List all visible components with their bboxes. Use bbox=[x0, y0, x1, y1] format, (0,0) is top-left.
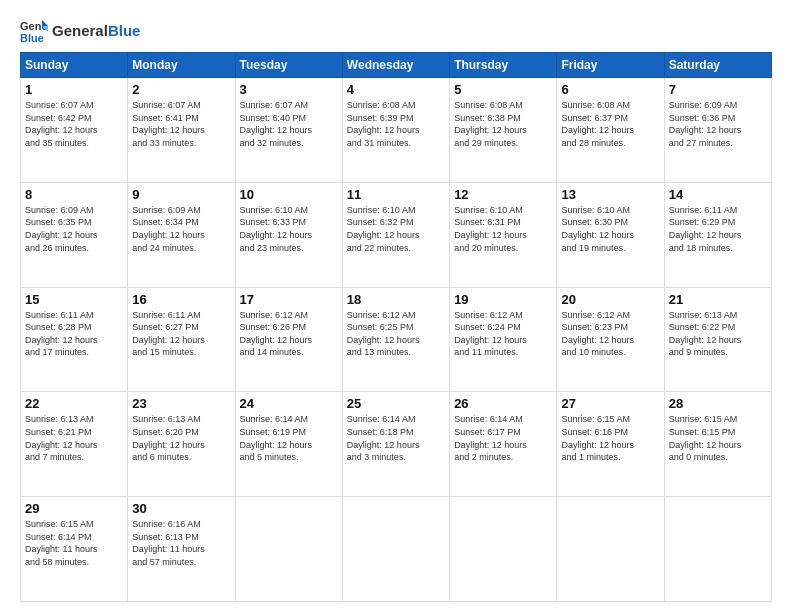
day-info: Sunrise: 6:08 AMSunset: 6:38 PMDaylight:… bbox=[454, 100, 527, 148]
calendar-week-row: 15Sunrise: 6:11 AMSunset: 6:28 PMDayligh… bbox=[21, 287, 772, 392]
day-number: 22 bbox=[25, 396, 123, 411]
day-number: 12 bbox=[454, 187, 552, 202]
day-info: Sunrise: 6:08 AMSunset: 6:39 PMDaylight:… bbox=[347, 100, 420, 148]
calendar-day-cell: 25Sunrise: 6:14 AMSunset: 6:18 PMDayligh… bbox=[342, 392, 449, 497]
calendar-day-cell: 8Sunrise: 6:09 AMSunset: 6:35 PMDaylight… bbox=[21, 182, 128, 287]
day-info: Sunrise: 6:09 AMSunset: 6:34 PMDaylight:… bbox=[132, 205, 205, 253]
day-number: 7 bbox=[669, 82, 767, 97]
calendar-day-cell bbox=[235, 497, 342, 602]
calendar-day-header: Thursday bbox=[450, 53, 557, 78]
day-number: 24 bbox=[240, 396, 338, 411]
calendar-day-cell bbox=[342, 497, 449, 602]
calendar-day-cell: 11Sunrise: 6:10 AMSunset: 6:32 PMDayligh… bbox=[342, 182, 449, 287]
day-number: 13 bbox=[561, 187, 659, 202]
day-number: 1 bbox=[25, 82, 123, 97]
day-number: 4 bbox=[347, 82, 445, 97]
day-number: 10 bbox=[240, 187, 338, 202]
calendar-day-cell: 12Sunrise: 6:10 AMSunset: 6:31 PMDayligh… bbox=[450, 182, 557, 287]
day-number: 16 bbox=[132, 292, 230, 307]
calendar-day-header: Friday bbox=[557, 53, 664, 78]
day-info: Sunrise: 6:11 AMSunset: 6:28 PMDaylight:… bbox=[25, 310, 98, 358]
day-info: Sunrise: 6:09 AMSunset: 6:35 PMDaylight:… bbox=[25, 205, 98, 253]
calendar-day-cell: 18Sunrise: 6:12 AMSunset: 6:25 PMDayligh… bbox=[342, 287, 449, 392]
day-info: Sunrise: 6:11 AMSunset: 6:27 PMDaylight:… bbox=[132, 310, 205, 358]
calendar-day-cell bbox=[664, 497, 771, 602]
calendar-day-cell: 19Sunrise: 6:12 AMSunset: 6:24 PMDayligh… bbox=[450, 287, 557, 392]
day-number: 5 bbox=[454, 82, 552, 97]
calendar-day-cell: 9Sunrise: 6:09 AMSunset: 6:34 PMDaylight… bbox=[128, 182, 235, 287]
calendar-day-cell: 3Sunrise: 6:07 AMSunset: 6:40 PMDaylight… bbox=[235, 78, 342, 183]
day-info: Sunrise: 6:12 AMSunset: 6:23 PMDaylight:… bbox=[561, 310, 634, 358]
calendar-day-cell: 15Sunrise: 6:11 AMSunset: 6:28 PMDayligh… bbox=[21, 287, 128, 392]
day-info: Sunrise: 6:14 AMSunset: 6:18 PMDaylight:… bbox=[347, 414, 420, 462]
calendar-week-row: 1Sunrise: 6:07 AMSunset: 6:42 PMDaylight… bbox=[21, 78, 772, 183]
day-number: 14 bbox=[669, 187, 767, 202]
calendar-day-cell: 24Sunrise: 6:14 AMSunset: 6:19 PMDayligh… bbox=[235, 392, 342, 497]
calendar-day-cell: 22Sunrise: 6:13 AMSunset: 6:21 PMDayligh… bbox=[21, 392, 128, 497]
day-info: Sunrise: 6:10 AMSunset: 6:32 PMDaylight:… bbox=[347, 205, 420, 253]
day-number: 21 bbox=[669, 292, 767, 307]
day-info: Sunrise: 6:12 AMSunset: 6:25 PMDaylight:… bbox=[347, 310, 420, 358]
day-number: 3 bbox=[240, 82, 338, 97]
calendar-day-header: Saturday bbox=[664, 53, 771, 78]
day-info: Sunrise: 6:10 AMSunset: 6:30 PMDaylight:… bbox=[561, 205, 634, 253]
logo-icon: General Blue bbox=[20, 16, 48, 44]
day-info: Sunrise: 6:07 AMSunset: 6:42 PMDaylight:… bbox=[25, 100, 98, 148]
day-number: 25 bbox=[347, 396, 445, 411]
day-number: 8 bbox=[25, 187, 123, 202]
day-info: Sunrise: 6:14 AMSunset: 6:19 PMDaylight:… bbox=[240, 414, 313, 462]
day-info: Sunrise: 6:16 AMSunset: 6:13 PMDaylight:… bbox=[132, 519, 205, 567]
calendar-day-cell: 20Sunrise: 6:12 AMSunset: 6:23 PMDayligh… bbox=[557, 287, 664, 392]
day-number: 2 bbox=[132, 82, 230, 97]
calendar-header-row: SundayMondayTuesdayWednesdayThursdayFrid… bbox=[21, 53, 772, 78]
calendar-table: SundayMondayTuesdayWednesdayThursdayFrid… bbox=[20, 52, 772, 602]
day-number: 17 bbox=[240, 292, 338, 307]
calendar-week-row: 8Sunrise: 6:09 AMSunset: 6:35 PMDaylight… bbox=[21, 182, 772, 287]
calendar-day-header: Sunday bbox=[21, 53, 128, 78]
day-info: Sunrise: 6:07 AMSunset: 6:40 PMDaylight:… bbox=[240, 100, 313, 148]
calendar-day-cell: 21Sunrise: 6:13 AMSunset: 6:22 PMDayligh… bbox=[664, 287, 771, 392]
calendar-day-cell: 5Sunrise: 6:08 AMSunset: 6:38 PMDaylight… bbox=[450, 78, 557, 183]
day-number: 23 bbox=[132, 396, 230, 411]
page: General Blue GeneralBlue SundayMondayTue… bbox=[0, 0, 792, 612]
calendar-day-cell bbox=[450, 497, 557, 602]
calendar-day-cell: 16Sunrise: 6:11 AMSunset: 6:27 PMDayligh… bbox=[128, 287, 235, 392]
calendar-day-cell: 23Sunrise: 6:13 AMSunset: 6:20 PMDayligh… bbox=[128, 392, 235, 497]
calendar-day-header: Monday bbox=[128, 53, 235, 78]
calendar-day-header: Wednesday bbox=[342, 53, 449, 78]
day-info: Sunrise: 6:12 AMSunset: 6:24 PMDaylight:… bbox=[454, 310, 527, 358]
calendar-day-cell: 2Sunrise: 6:07 AMSunset: 6:41 PMDaylight… bbox=[128, 78, 235, 183]
day-info: Sunrise: 6:07 AMSunset: 6:41 PMDaylight:… bbox=[132, 100, 205, 148]
calendar-day-cell: 28Sunrise: 6:15 AMSunset: 6:15 PMDayligh… bbox=[664, 392, 771, 497]
calendar-day-cell: 7Sunrise: 6:09 AMSunset: 6:36 PMDaylight… bbox=[664, 78, 771, 183]
calendar-day-cell: 4Sunrise: 6:08 AMSunset: 6:39 PMDaylight… bbox=[342, 78, 449, 183]
day-info: Sunrise: 6:08 AMSunset: 6:37 PMDaylight:… bbox=[561, 100, 634, 148]
day-info: Sunrise: 6:09 AMSunset: 6:36 PMDaylight:… bbox=[669, 100, 742, 148]
calendar-week-row: 22Sunrise: 6:13 AMSunset: 6:21 PMDayligh… bbox=[21, 392, 772, 497]
day-info: Sunrise: 6:10 AMSunset: 6:33 PMDaylight:… bbox=[240, 205, 313, 253]
calendar-day-cell: 30Sunrise: 6:16 AMSunset: 6:13 PMDayligh… bbox=[128, 497, 235, 602]
day-number: 26 bbox=[454, 396, 552, 411]
day-info: Sunrise: 6:15 AMSunset: 6:14 PMDaylight:… bbox=[25, 519, 98, 567]
day-number: 20 bbox=[561, 292, 659, 307]
day-number: 15 bbox=[25, 292, 123, 307]
day-number: 18 bbox=[347, 292, 445, 307]
day-number: 30 bbox=[132, 501, 230, 516]
day-number: 28 bbox=[669, 396, 767, 411]
day-info: Sunrise: 6:15 AMSunset: 6:16 PMDaylight:… bbox=[561, 414, 634, 462]
day-info: Sunrise: 6:13 AMSunset: 6:20 PMDaylight:… bbox=[132, 414, 205, 462]
logo: General Blue GeneralBlue bbox=[20, 16, 140, 44]
day-number: 29 bbox=[25, 501, 123, 516]
calendar-day-cell: 14Sunrise: 6:11 AMSunset: 6:29 PMDayligh… bbox=[664, 182, 771, 287]
day-info: Sunrise: 6:13 AMSunset: 6:21 PMDaylight:… bbox=[25, 414, 98, 462]
header: General Blue GeneralBlue bbox=[20, 16, 772, 44]
svg-text:Blue: Blue bbox=[20, 32, 44, 44]
day-number: 9 bbox=[132, 187, 230, 202]
calendar-day-cell: 1Sunrise: 6:07 AMSunset: 6:42 PMDaylight… bbox=[21, 78, 128, 183]
calendar-day-cell: 10Sunrise: 6:10 AMSunset: 6:33 PMDayligh… bbox=[235, 182, 342, 287]
day-info: Sunrise: 6:12 AMSunset: 6:26 PMDaylight:… bbox=[240, 310, 313, 358]
calendar-week-row: 29Sunrise: 6:15 AMSunset: 6:14 PMDayligh… bbox=[21, 497, 772, 602]
calendar-day-cell: 26Sunrise: 6:14 AMSunset: 6:17 PMDayligh… bbox=[450, 392, 557, 497]
day-number: 27 bbox=[561, 396, 659, 411]
day-number: 19 bbox=[454, 292, 552, 307]
